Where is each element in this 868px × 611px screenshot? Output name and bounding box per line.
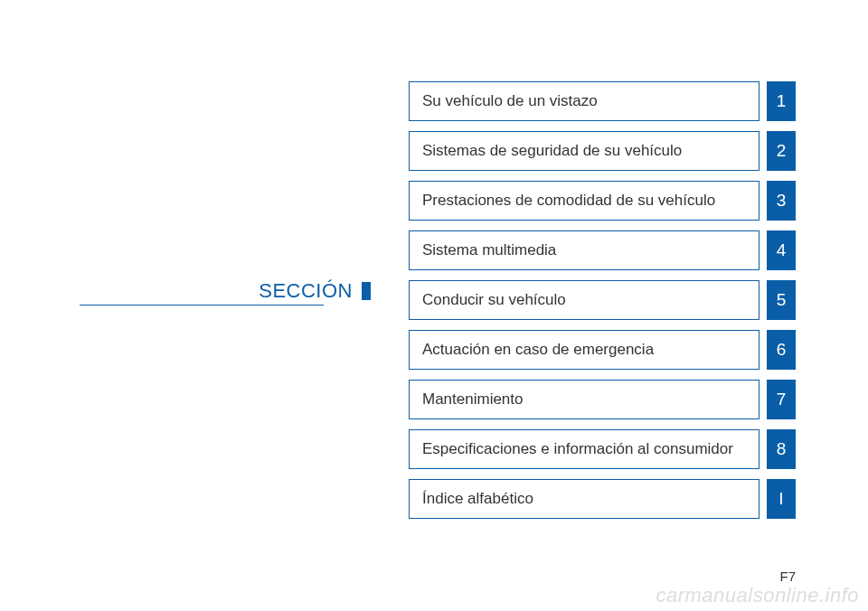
section-divider-line xyxy=(80,305,324,306)
toc-item[interactable]: Conducir su vehículo 5 xyxy=(409,280,796,320)
toc-item[interactable]: Prestaciones de comodidad de su vehículo… xyxy=(409,181,796,221)
toc-label: Sistemas de seguridad de su vehículo xyxy=(409,131,760,171)
toc-number-tab: I xyxy=(767,479,796,519)
toc-number-tab: 3 xyxy=(767,181,796,221)
toc-label: Sistema multimedia xyxy=(409,230,760,270)
toc-number-tab: 7 xyxy=(767,380,796,419)
toc-item[interactable]: Actuación en caso de emergencia 6 xyxy=(409,330,796,370)
toc-label: Mantenimiento xyxy=(409,380,760,419)
toc-label: Índice alfabético xyxy=(409,479,760,519)
section-heading: SECCIÓN xyxy=(259,279,353,303)
watermark: carmanualsonline.info xyxy=(656,584,859,607)
page-number: F7 xyxy=(779,569,796,584)
toc-item[interactable]: Mantenimiento 7 xyxy=(409,380,796,419)
toc-number-tab: 6 xyxy=(767,330,796,370)
toc-number-tab: 5 xyxy=(767,280,796,320)
toc-item[interactable]: Especificaciones e información al consum… xyxy=(409,429,796,469)
toc-label: Prestaciones de comodidad de su vehículo xyxy=(409,181,760,221)
table-of-contents: Su vehículo de un vistazo 1 Sistemas de … xyxy=(409,81,796,519)
section-tab-decoration xyxy=(362,282,371,300)
toc-item[interactable]: Su vehículo de un vistazo 1 xyxy=(409,81,796,121)
toc-item[interactable]: Índice alfabético I xyxy=(409,479,796,519)
toc-item[interactable]: Sistema multimedia 4 xyxy=(409,230,796,270)
toc-item[interactable]: Sistemas de seguridad de su vehículo 2 xyxy=(409,131,796,171)
toc-label: Especificaciones e información al consum… xyxy=(409,429,760,469)
toc-number-tab: 8 xyxy=(767,429,796,469)
toc-label: Actuación en caso de emergencia xyxy=(409,330,760,370)
toc-number-tab: 4 xyxy=(767,230,796,270)
toc-label: Su vehículo de un vistazo xyxy=(409,81,760,121)
toc-number-tab: 2 xyxy=(767,131,796,171)
toc-number-tab: 1 xyxy=(767,81,796,121)
toc-label: Conducir su vehículo xyxy=(409,280,760,320)
